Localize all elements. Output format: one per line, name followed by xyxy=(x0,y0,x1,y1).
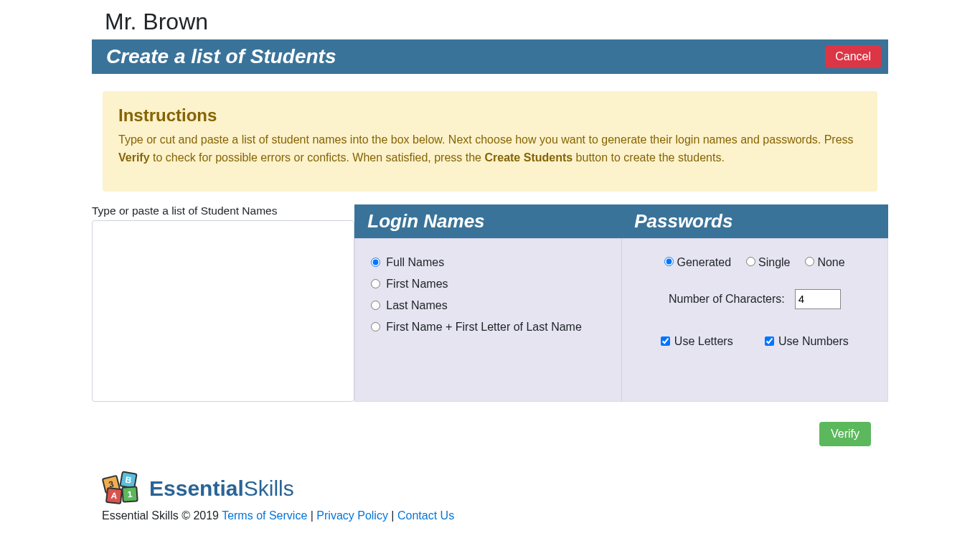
footer: 3 B A 1 EssentialSkills Essential Skills… xyxy=(92,455,888,544)
use-numbers-checkbox[interactable] xyxy=(765,336,774,346)
contact-link[interactable]: Contact Us xyxy=(397,509,454,522)
login-full-names-radio[interactable] xyxy=(371,258,380,267)
logo: 3 B A 1 EssentialSkills xyxy=(102,472,878,505)
verify-button[interactable]: Verify xyxy=(819,422,871,446)
login-first-names-label: First Names xyxy=(386,278,448,291)
cancel-button[interactable]: Cancel xyxy=(825,45,881,68)
use-letters-checkbox[interactable] xyxy=(661,336,670,346)
pw-generated-radio[interactable] xyxy=(664,257,674,266)
login-last-names-label: Last Names xyxy=(386,299,447,312)
use-letters-label: Use Letters xyxy=(674,335,733,348)
login-first-plus-label: First Name + First Letter of Last Name xyxy=(386,321,582,334)
login-first-plus-radio[interactable] xyxy=(371,322,380,331)
login-first-names-radio[interactable] xyxy=(371,279,380,288)
pw-single-label: Single xyxy=(758,256,790,268)
panel-title: Create a list of Students xyxy=(106,45,336,68)
instructions-heading: Instructions xyxy=(118,105,862,126)
instructions-text: Type or cut and paste a list of student … xyxy=(118,131,862,167)
copyright-text: Essential Skills © 2019 xyxy=(102,509,222,522)
teacher-name: Mr. Brown xyxy=(92,0,888,38)
passwords-header: Passwords xyxy=(634,210,875,232)
student-names-input[interactable] xyxy=(92,220,354,402)
num-chars-input[interactable] xyxy=(795,289,841,309)
panel-header: Create a list of Students Cancel xyxy=(92,39,888,74)
num-chars-label: Number of Characters: xyxy=(669,293,785,306)
terms-link[interactable]: Terms of Service xyxy=(222,509,307,522)
pw-none-radio[interactable] xyxy=(805,257,814,266)
pw-none-label: None xyxy=(817,256,844,268)
login-full-names-label: Full Names xyxy=(386,256,444,269)
login-names-options: Full Names First Names Last Names First … xyxy=(355,239,621,401)
pw-single-radio[interactable] xyxy=(746,257,755,266)
logo-blocks-icon: 3 B A 1 xyxy=(102,472,145,505)
student-names-label: Type or paste a list of Student Names xyxy=(92,204,354,217)
login-last-names-radio[interactable] xyxy=(371,301,380,310)
instructions-panel: Instructions Type or cut and paste a lis… xyxy=(103,91,877,192)
use-numbers-label: Use Numbers xyxy=(778,335,849,348)
privacy-link[interactable]: Privacy Policy xyxy=(316,509,388,522)
login-names-header: Login Names xyxy=(367,210,608,232)
passwords-options: Generated Single None Number of Characte… xyxy=(622,239,887,401)
pw-generated-label: Generated xyxy=(677,256,732,268)
